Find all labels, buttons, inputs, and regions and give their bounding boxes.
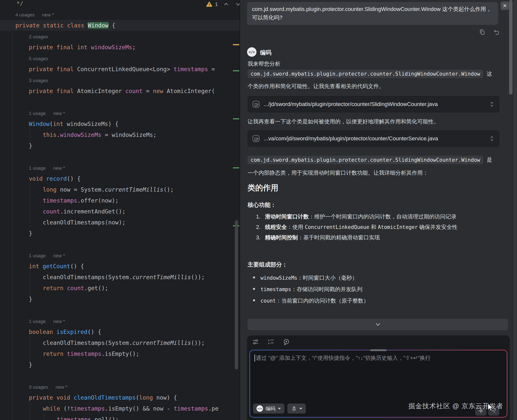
new-chat-icon[interactable] (283, 338, 290, 345)
code-line: 2 usages (0, 31, 240, 42)
prev-issue-icon[interactable] (223, 1, 229, 7)
chat-composer: 通过 "@" 添加上下文，"/"使用快捷指令，"↑↓"切换历史输入，"⇧+↵"换… (247, 335, 510, 420)
code-line (0, 151, 240, 162)
code-lines: */4 usagesnew *private static class Wind… (0, 0, 240, 420)
numbered-item: 3.精确时间控制：基于时间戳的精确滑动窗口实现 (256, 232, 505, 243)
file-chip-counterservice[interactable]: ...va/com/jd/sword/mybatis/plugin/protec… (248, 130, 499, 147)
code-line (0, 239, 240, 250)
code-line: 1 usagenew * (0, 315, 240, 326)
java-file-icon (252, 135, 260, 142)
code-line: 3 usages (0, 75, 240, 86)
code-line (0, 305, 240, 315)
numbered-item: 2.线程安全：使用 ConcurrentLinkedQueue 和 Atomic… (256, 222, 505, 232)
code-line: 1 usagenew * (0, 162, 240, 173)
section-heading: 类的作用 (248, 183, 278, 193)
copy-icon[interactable] (478, 28, 486, 36)
resize-handle[interactable] (370, 349, 387, 351)
model-selector[interactable] (287, 404, 306, 414)
assistant-avatar: </> (247, 47, 257, 57)
code-line: boolean isExpired() { (0, 326, 240, 337)
history-list-icon[interactable] (267, 338, 274, 345)
placeholder-row: 通过 "@" 添加上下文，"/"使用快捷指令，"↑↓"切换历史输入，"⇧+↵"换… (255, 354, 431, 362)
code-line: } (0, 140, 240, 151)
mode-label: 编码 (265, 405, 275, 412)
code-line: 3 usagesnew * (0, 381, 240, 392)
change-marker (233, 44, 239, 45)
composer-toolbar (252, 338, 290, 345)
code-mode-icon: </> (257, 405, 263, 412)
code-editor[interactable]: */4 usagesnew *private static class Wind… (0, 0, 240, 420)
code-line: void record() { (0, 173, 240, 184)
assistant-intro: 我来帮您分析 (248, 60, 508, 68)
code-line: 4 usagesnew * (0, 9, 240, 20)
code-line: timestamps.offer(now); (0, 195, 240, 206)
subheading-core: 核心功能： (248, 201, 276, 209)
class-fqn-chip: com.jd.sword.mybatis.plugin.protector.co… (248, 156, 483, 164)
code-line: cleanOldTimestamps(System.currentTimeMil… (0, 272, 240, 283)
paragraph-1: 个类的作用和简化可能性。让我先查看相关的代码文件。 (248, 82, 508, 91)
next-issue-icon[interactable] (235, 1, 240, 7)
file-path: .../jd/sword/mybatis/plugin/protector/co… (264, 101, 489, 107)
message-input[interactable]: 通过 "@" 添加上下文，"/"使用快捷指令，"↑↓"切换历史输入，"⇧+↵"换… (250, 350, 507, 417)
change-marker (233, 118, 239, 119)
code-line (0, 97, 240, 107)
close-icon[interactable]: ✕ (501, 1, 509, 10)
fqn-tail-2: 是 (487, 156, 492, 164)
code-line: */ (0, 0, 240, 9)
paragraph-2: 让我再查看一下这个类是如何被使用的，以便更好地理解其作用和简化可能性。 (248, 117, 508, 126)
inspection-widget[interactable]: 1 (206, 0, 240, 8)
mode-selector[interactable]: </> 编码 (253, 404, 284, 414)
code-line: private final int windowSizeMs; (0, 42, 240, 53)
panel-scrollbar[interactable] (509, 0, 513, 95)
code-line: } (0, 228, 240, 239)
chevron-down-icon (278, 408, 281, 410)
code-line: private final ConcurrentLinkedQueue<Long… (0, 64, 240, 75)
fqn-line-2: com.jd.sword.mybatis.plugin.protector.co… (248, 156, 492, 164)
user-message-text: com.jd.sword.mybatis.plugin.protector.co… (252, 6, 491, 21)
code-line: private void cleanOldTimestamps(long now… (0, 392, 240, 403)
panel-right-edge (514, 0, 517, 420)
file-chip-slidingwindowcounter[interactable]: .../jd/sword/mybatis/plugin/protector/co… (248, 96, 499, 112)
expand-collapse-icon[interactable] (489, 101, 495, 107)
chevron-down-icon (374, 322, 382, 327)
model-icon (291, 406, 297, 412)
code-line: long now = System.currentTimeMillis(); (0, 184, 240, 195)
bullet-item: timestamps：存储访问时间戳的并发队列 (250, 284, 501, 295)
bullet-item: count：当前窗口内的访问计数（原子整数） (250, 295, 501, 307)
settings-sliders-icon[interactable] (252, 338, 259, 345)
chevron-down-icon (299, 408, 302, 410)
code-glyph: </> (249, 50, 255, 54)
text-caret (255, 355, 255, 362)
code-line: 1 usagenew * (0, 107, 240, 118)
editor-scrollbar[interactable] (235, 220, 238, 369)
code-line: } (0, 294, 240, 305)
code-line: while (!timestamps.isEmpty() && now - ti… (0, 403, 240, 414)
ai-chat-panel: com.jd.sword.mybatis.plugin.protector.co… (240, 0, 517, 420)
java-file-icon (252, 101, 260, 108)
paragraph-3: 一个内部静态类，用于实现滑动时间窗口计数功能。让我详细分析其作用： (248, 169, 508, 177)
mouse-cursor (487, 403, 495, 412)
expand-more-button[interactable] (248, 319, 508, 330)
code-line: private static class Window { (0, 20, 240, 31)
input-placeholder: 通过 "@" 添加上下文，"/"使用快捷指令，"↑↓"切换历史输入，"⇧+↵"换… (256, 354, 431, 362)
code-line: count.incrementAndGet(); (0, 206, 240, 217)
code-line: cleanOldTimestamps(System.currentTimeMil… (0, 337, 240, 348)
code-line: } (0, 359, 240, 370)
assistant-mode-label: 编码 (260, 49, 271, 56)
subheading-parts: 主要组成部分： (248, 261, 288, 268)
input-gradient-border: 通过 "@" 添加上下文，"/"使用快捷指令，"↑↓"切换历史输入，"⇧+↵"换… (250, 350, 507, 418)
code-line: return count.get(); (0, 283, 240, 294)
class-fqn-chip: com.jd.sword.mybatis.plugin.protector.co… (248, 70, 483, 78)
code-line: 5 usages (0, 53, 240, 64)
warning-count: 1 (215, 1, 218, 7)
user-message-bubble: com.jd.sword.mybatis.plugin.protector.co… (247, 2, 498, 25)
file-path: ...va/com/jd/sword/mybatis/plugin/protec… (264, 135, 489, 142)
expand-collapse-icon[interactable] (489, 135, 495, 142)
code-line: timestamps.poll(); (0, 414, 240, 420)
warning-icon (206, 1, 212, 7)
core-features-list: 1.滑动时间窗口计数：维护一个时间窗口内的访问计数，自动清理过期的访问记录2.线… (256, 211, 505, 243)
change-marker (233, 70, 239, 71)
retry-icon[interactable] (492, 28, 501, 36)
code-line: private final AtomicInteger count = new … (0, 86, 240, 97)
bullet-dot (253, 299, 255, 301)
